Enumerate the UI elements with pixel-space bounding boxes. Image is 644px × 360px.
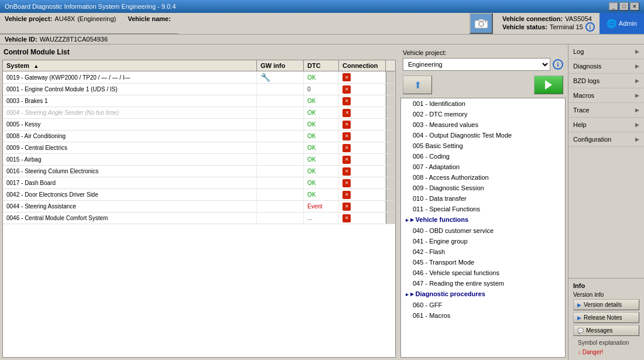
- right-btn-label: BZD logs: [573, 77, 600, 84]
- menu-item[interactable]: 042 - Flash: [401, 246, 565, 257]
- project-info-icon[interactable]: i: [553, 59, 563, 70]
- td-scroll: [386, 95, 395, 107]
- menu-section-header[interactable]: ▸ Diagnostic procedures: [401, 289, 565, 300]
- version-details-button[interactable]: ▶ Version details: [573, 299, 639, 310]
- menu-item[interactable]: 005 Basic Setting: [401, 140, 565, 151]
- table-row[interactable]: 0004 - Steering Angle Sender (No fun tim…: [3, 107, 395, 119]
- right-panel-button[interactable]: Configuration▶: [568, 132, 644, 147]
- connection-x-icon: ✕: [342, 203, 351, 211]
- td-connection: ✕: [339, 177, 386, 188]
- menu-item[interactable]: 047 - Reading the entire system: [401, 278, 565, 289]
- menu-item[interactable]: 003 - Measured values: [401, 119, 565, 130]
- connection-x-icon: ✕: [342, 97, 351, 105]
- status-info-icon[interactable]: i: [585, 22, 595, 32]
- menu-item[interactable]: 046 - Vehicle special functions: [401, 268, 565, 278]
- version-details-label: Version details: [584, 301, 622, 308]
- table-row[interactable]: 0042 - Door Electronics Driver SideOK✕: [3, 189, 395, 201]
- vehicle-name-info: Vehicle name:: [128, 15, 173, 31]
- chevron-right-icon: ▶: [635, 49, 639, 54]
- table-body[interactable]: 0019 - Gateway (KWP2000 / TP20 / — / — /…: [3, 71, 395, 354]
- td-connection: ✕: [339, 84, 386, 95]
- menu-item[interactable]: 061 - Macros: [401, 310, 565, 321]
- table-row[interactable]: 0016 - Steering Column ElectronicsOK✕: [3, 166, 395, 177]
- upload-button[interactable]: ⬆: [403, 76, 432, 94]
- vehicle-id-label: Vehicle ID:: [5, 36, 37, 43]
- menu-item[interactable]: 008 - Access Authorization: [401, 172, 565, 183]
- table-row[interactable]: 0008 - Air ConditioningOK✕: [3, 131, 395, 142]
- menu-item[interactable]: 004 - Output Diagnostic Test Mode: [401, 130, 565, 140]
- play-button[interactable]: [534, 76, 563, 94]
- right-btn-label: Help: [573, 121, 587, 128]
- table-row[interactable]: 0044 - Steering AssistanceEvent✕: [3, 201, 395, 212]
- td-connection: ✕: [339, 212, 386, 224]
- vehicle-project-info: Vehicle project: AU48X (Engineering): [5, 15, 116, 31]
- td-gw: [257, 212, 304, 224]
- table-row[interactable]: 0005 - KessyOK✕: [3, 119, 395, 131]
- table-row[interactable]: 0046 - Central Module Comfort System...✕: [3, 212, 395, 224]
- menu-item[interactable]: 009 - Diagnostic Session: [401, 183, 565, 193]
- middle-panel: Vehicle project: EngineeringProductionDe…: [398, 44, 568, 360]
- menu-item[interactable]: 010 - Data transfer: [401, 193, 565, 204]
- menu-item[interactable]: 002 - DTC memory: [401, 109, 565, 119]
- info-title: Info: [573, 282, 639, 289]
- table-row[interactable]: 0003 - Brakes 1OK✕: [3, 95, 395, 107]
- connection-x-icon: ✕: [342, 85, 351, 94]
- menu-item[interactable]: 060 - GFF: [401, 300, 565, 310]
- td-dtc: OK: [304, 189, 339, 200]
- td-gw: [257, 189, 304, 200]
- menu-item[interactable]: 006 - Coding: [401, 151, 565, 162]
- td-connection: ✕: [339, 142, 386, 153]
- status-value: Terminal 15: [550, 23, 583, 30]
- td-system: 0016 - Steering Column Electronics: [3, 166, 257, 177]
- messages-button[interactable]: 💬 Messages: [573, 325, 639, 336]
- right-panel-button[interactable]: Macros▶: [568, 88, 644, 103]
- menu-item[interactable]: 041 - Engine group: [401, 236, 565, 246]
- vehicle-info-bar: Vehicle project: AU48X (Engineering) Veh…: [0, 13, 178, 34]
- release-notes-label: Release Notes: [584, 314, 622, 321]
- vehicle-id-value: WAUZZZ8T1CA054936: [40, 36, 108, 43]
- table-row[interactable]: 0001 - Engine Control Module 1 (UDS / IS…: [3, 84, 395, 95]
- right-panel-button[interactable]: Help▶: [568, 118, 644, 132]
- td-system: 0005 - Kessy: [3, 119, 257, 130]
- menu-item[interactable]: 011 - Special Functions: [401, 204, 565, 214]
- svg-rect-2: [479, 19, 484, 21]
- menu-item[interactable]: 007 - Adaptation: [401, 162, 565, 172]
- admin-button[interactable]: 🌐 Admin: [600, 13, 644, 34]
- release-notes-button[interactable]: ▶ Release Notes: [573, 312, 639, 323]
- td-gw: [257, 119, 304, 130]
- right-panel-button[interactable]: BZD logs▶: [568, 74, 644, 88]
- globe-icon: 🌐: [607, 19, 616, 28]
- menu-item[interactable]: 001 - Identification: [401, 98, 565, 109]
- td-gw: [257, 177, 304, 188]
- table-row[interactable]: 0017 - Dash BoardOK✕: [3, 177, 395, 189]
- vehicle-project-select[interactable]: EngineeringProductionDevelopment: [403, 58, 550, 71]
- connection-x-icon: ✕: [342, 132, 351, 140]
- maximize-button[interactable]: □: [619, 2, 629, 11]
- right-btn-label: Configuration: [573, 136, 611, 143]
- right-panel: Log▶Diagnosis▶BZD logs▶Macros▶Trace▶Help…: [568, 44, 644, 360]
- menu-item[interactable]: 040 - OBD customer service: [401, 225, 565, 236]
- minimize-button[interactable]: _: [609, 2, 618, 11]
- menu-section-header[interactable]: ▸ Vehicle functions: [401, 214, 565, 225]
- dropdown-menu[interactable]: 001 - Identification002 - DTC memory003 …: [400, 98, 566, 358]
- td-connection: ✕: [339, 71, 386, 83]
- camera-button[interactable]: [470, 13, 493, 34]
- table-header: System ▲ GW info DTC Connection: [3, 60, 395, 71]
- td-system: 0003 - Brakes 1: [3, 95, 257, 107]
- right-panel-button[interactable]: Trace▶: [568, 103, 644, 118]
- td-scroll: [386, 131, 395, 142]
- title-bar: OnBoard Diagnostic Information System En…: [0, 0, 644, 13]
- col-dtc: DTC: [304, 60, 339, 71]
- td-dtc: ...: [304, 212, 339, 224]
- table-row[interactable]: 0019 - Gateway (KWP2000 / TP20 / — / — /…: [3, 71, 395, 84]
- table-row[interactable]: 0009 - Central ElectricsOK✕: [3, 142, 395, 154]
- connection-label: Vehicle connection:: [502, 15, 563, 22]
- td-scroll: [386, 71, 395, 83]
- vehicle-project-value: AU48X: [54, 15, 75, 31]
- right-panel-button[interactable]: Log▶: [568, 44, 644, 59]
- close-button[interactable]: ✕: [630, 2, 639, 11]
- td-dtc: OK: [304, 142, 339, 153]
- menu-item[interactable]: 045 - Transport Mode: [401, 257, 565, 268]
- table-row[interactable]: 0015 - AirbagOK✕: [3, 154, 395, 166]
- right-panel-button[interactable]: Diagnosis▶: [568, 59, 644, 74]
